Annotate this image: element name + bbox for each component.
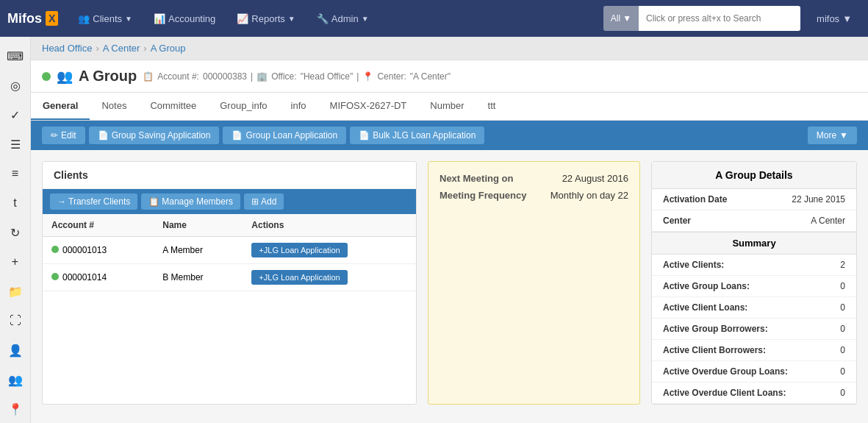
summary-label: Active Client Borrowers: [663,345,766,355]
list2-icon[interactable]: ≡ [2,160,29,187]
account-cell: 000001014 [43,264,154,291]
t-icon[interactable]: t [2,190,29,216]
edit-button[interactable]: ✏ Edit [42,127,85,144]
group-loan-button[interactable]: 📄 Group Loan Application [223,127,346,144]
jlg-loan-button[interactable]: +JLG Loan Application [251,243,347,257]
user-caret: ▼ [842,13,852,24]
search-all-label: All [611,13,620,24]
account-status-dot [51,246,59,253]
admin-icon: 🔧 [317,13,329,24]
edit-icon: ✏ [51,130,58,141]
list-icon[interactable]: ☰ [2,131,29,157]
folder-icon[interactable]: 📁 [2,278,29,305]
summary-value: 2 [840,260,845,270]
activation-date-value: 22 June 2015 [792,194,845,205]
group-saving-label: Group Saving Application [112,130,211,141]
reports-icon: 📈 [237,13,248,24]
name-cell: B Member [154,264,243,291]
manage-icon: 📋 [148,196,159,207]
center-detail-value: A Center [811,216,845,226]
center-name: "A Center" [410,71,451,82]
table-row: 000001013A Member+JLG Loan Application [43,237,416,264]
tab-group_info[interactable]: Group_info [208,93,279,120]
group-saving-button[interactable]: 📄 Group Saving Application [89,127,220,144]
activation-date-row: Activation Date 22 June 2015 [652,189,856,210]
nav-admin[interactable]: 🔧 Admin ▼ [308,0,378,37]
plus-icon[interactable]: + [2,249,29,275]
col-account: Account # [43,214,154,237]
accounting-label: Accounting [168,13,215,24]
search-all-caret: ▼ [623,13,631,24]
nav-accounting[interactable]: 📊 Accounting [145,0,224,37]
sidebar: ⌨◎✓☰≡t↻+📁⛶👤👥📍 [0,37,31,423]
clients-actions-bar: → Transfer Clients 📋 Manage Members ⊞ Ad… [43,189,416,214]
reports-label: Reports [251,13,285,24]
bulk-jlg-label: Bulk JLG Loan Application [373,130,476,141]
target-icon[interactable]: ◎ [2,72,29,99]
check-icon[interactable]: ✓ [2,102,29,128]
tab-ttt[interactable]: ttt [476,93,508,120]
clients-panel: Clients → Transfer Clients 📋 Manage Memb… [42,161,417,405]
search-group: All ▼ [603,6,800,31]
group-icon[interactable]: 👥 [2,366,29,393]
page-meta: 📋 Account #: 000000383 | 🏢 Office: "Head… [143,71,451,82]
search-all-button[interactable]: All ▼ [603,6,639,31]
nav-reports[interactable]: 📈 Reports ▼ [228,0,304,37]
transfer-label: Transfer Clients [68,196,130,207]
tab-notes[interactable]: Notes [90,93,138,120]
add-button[interactable]: ⊞ Add [244,193,284,210]
clients-panel-header: Clients [43,162,416,189]
right-panels: Next Meeting on 22 August 2016 Meeting F… [428,161,857,405]
add-label: Add [261,196,276,207]
nav-clients[interactable]: 👥 Clients ▼ [69,0,141,37]
user-label: mifos [817,13,839,24]
summary-label: Active Group Loans: [663,281,750,291]
center-row: Center A Center [652,210,856,232]
jlg-loan-button[interactable]: +JLG Loan Application [251,270,347,285]
logo[interactable]: Mifos X [7,11,58,26]
transfer-clients-button[interactable]: → Transfer Clients [50,193,137,210]
tab-committee[interactable]: Committee [138,93,208,120]
account-number: 000000383 [203,71,247,82]
summary-label: Active Overdue Client Loans: [663,388,786,398]
details-header: A Group Details [652,162,856,189]
breadcrumb-item-0[interactable]: Head Office [42,43,92,54]
clients-label: Clients [93,13,122,24]
summary-row: Active Overdue Client Loans:0 [652,383,856,404]
tab-info[interactable]: info [279,93,318,120]
center-label: Center: [377,71,406,82]
more-button[interactable]: More ▼ [808,127,857,144]
pin-icon[interactable]: 📍 [2,396,29,422]
summary-rows: Active Clients:2Active Group Loans:0Acti… [652,255,856,404]
page-header: 👥 A Group 📋 Account #: 000000383 | 🏢 Off… [31,60,868,93]
tab-number[interactable]: Number [418,93,476,120]
tab-general[interactable]: General [31,93,90,120]
breadcrumb-sep: › [143,43,146,54]
tab-mifosx[interactable]: MIFOSX-2627-DT [318,93,419,120]
accounting-icon: 📊 [154,13,165,24]
page-title: A Group [79,68,137,85]
user-menu[interactable]: mifos ▼ [808,0,861,37]
summary-value: 0 [840,345,845,355]
logo-text: Mifos [7,11,42,26]
bulk-jlg-button[interactable]: 📄 Bulk JLG Loan Application [350,127,484,144]
summary-label: Active Client Loans: [663,302,747,313]
summary-value: 0 [840,324,845,334]
summary-row: Active Group Loans:0 [652,276,856,297]
breadcrumb-item-2[interactable]: A Group [151,43,186,54]
tree-icon[interactable]: ⛶ [2,308,29,334]
breadcrumb-item-1[interactable]: A Center [103,43,140,54]
keyboard-icon[interactable]: ⌨ [2,43,29,69]
admin-caret: ▼ [362,15,369,23]
refresh-icon[interactable]: ↻ [2,219,29,246]
summary-row: Active Overdue Group Loans:0 [652,361,856,383]
summary-value: 0 [840,366,845,377]
search-input[interactable] [639,6,800,31]
main-content: Head Office›A Center›A Group 👥 A Group 📋… [31,37,868,423]
person-icon[interactable]: 👤 [2,337,29,363]
summary-label: Active Overdue Group Loans: [663,366,788,377]
group-loan-label: Group Loan Application [245,130,337,141]
manage-members-button[interactable]: 📋 Manage Members [141,193,240,210]
center-detail-label: Center [663,216,691,226]
summary-value: 0 [840,388,845,398]
